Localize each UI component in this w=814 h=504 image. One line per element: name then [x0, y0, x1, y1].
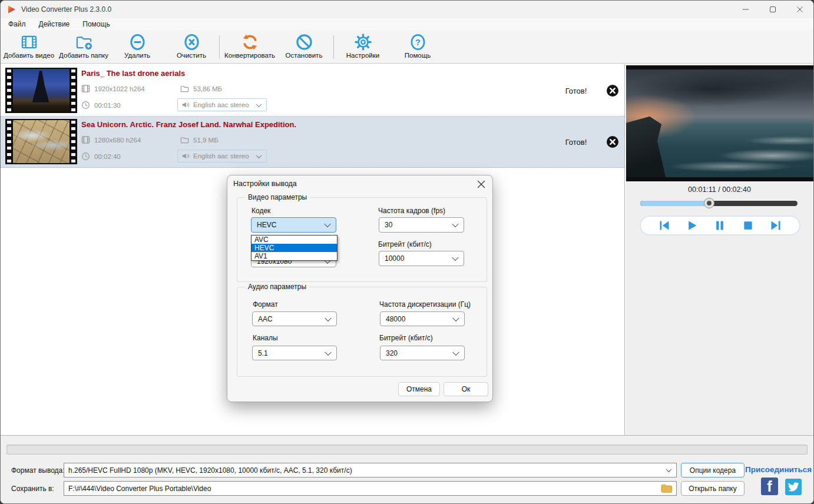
audio-track-select[interactable]: English aac stereo [177, 98, 267, 111]
audio-track-select[interactable]: English aac stereo [177, 150, 267, 163]
audio-format-select[interactable]: AAC [252, 311, 337, 326]
samplerate-select[interactable]: 48000 [380, 311, 465, 326]
save-path-input[interactable]: F:\#\444\Video Converter Plus Portable\V… [64, 481, 677, 496]
group-label: Аудио параметры [245, 283, 309, 291]
add-folder-button[interactable]: Добавить папку [57, 32, 111, 61]
remove-item-button[interactable] [606, 84, 619, 97]
seek-bar-thumb[interactable] [704, 198, 714, 208]
audio-bitrate-select[interactable]: 320 [380, 346, 465, 360]
output-format-select[interactable]: h.265/HEVC FullHD 1080p (MKV, HEVC, 1920… [64, 463, 677, 478]
resolution-text: 1280x680 h264 [94, 137, 141, 144]
browse-folder-icon[interactable] [661, 484, 672, 493]
video-thumbnail[interactable] [5, 119, 77, 164]
toolbar-label: Остановить [277, 52, 331, 59]
duration-text: 00:02:40 [94, 153, 121, 160]
title-bar: Video Converter Plus 2.3.0.0 [1, 1, 813, 18]
cliff-shape [626, 112, 710, 177]
output-settings-dialog: Настройки вывода Видео параметры Кодек H… [227, 175, 493, 402]
conversion-progress-bar [6, 445, 808, 455]
clear-button[interactable]: Очистить [164, 32, 219, 61]
play-button[interactable] [685, 219, 699, 232]
help-icon: ? [409, 33, 427, 51]
stop-button[interactable]: Остановить [277, 32, 331, 61]
delete-button[interactable]: Удалить [110, 32, 164, 61]
svg-text:?: ? [415, 38, 421, 47]
chevron-down-icon [256, 152, 262, 158]
fps-select[interactable]: 30 [379, 217, 464, 233]
join-link[interactable]: Присоединиться [745, 465, 812, 474]
samplerate-label: Частота дискретизации (Гц) [379, 300, 471, 309]
maximize-button[interactable] [759, 1, 786, 18]
encoder-options-button[interactable]: Опции кодера [681, 463, 744, 478]
video-title: Sea Unicorn. Arctic. Franz Josef Land. N… [81, 120, 296, 129]
video-list-item-1[interactable]: Paris_ The last drone aerials 1920x1022 … [1, 65, 624, 117]
codec-option-avc[interactable]: AVC [252, 236, 337, 244]
video-resolution: 1280x680 h264 [81, 135, 141, 144]
preview-panel: 00:01:11 / 00:02:40 [626, 64, 813, 435]
menu-action[interactable]: Действие [32, 18, 77, 30]
save-path-value: F:\#\444\Video Converter Plus Portable\V… [68, 485, 211, 493]
minimize-button[interactable] [732, 1, 759, 18]
video-bitrate-label: Битрейт (кбит/с) [378, 240, 432, 248]
close-icon [476, 179, 487, 190]
toolbar-label: Добавить папку [57, 52, 111, 59]
previous-icon [658, 220, 671, 231]
codec-select[interactable]: HEVC [251, 217, 336, 233]
ok-button[interactable]: Ок [444, 382, 488, 396]
menu-file[interactable]: Файл [2, 18, 32, 30]
facebook-icon[interactable]: f [761, 478, 778, 495]
samplerate-value: 48000 [386, 315, 405, 323]
fps-value: 30 [385, 221, 392, 229]
window-controls [732, 1, 813, 18]
pause-button[interactable] [713, 219, 727, 232]
previous-button[interactable] [657, 219, 671, 232]
video-size: 53,86 МБ [180, 84, 222, 93]
audio-track-value: English aac stereo [193, 101, 249, 108]
toolbar-label: Конвертировать [223, 52, 277, 59]
playback-time: 00:01:11 / 00:02:40 [626, 185, 813, 194]
next-icon [769, 220, 782, 231]
help-button[interactable]: ? Помощь [391, 32, 445, 61]
film-icon [81, 135, 90, 144]
stop-playback-button[interactable] [741, 219, 755, 232]
folder-icon [180, 84, 189, 93]
video-preview[interactable] [626, 65, 813, 181]
audio-format-value: AAC [258, 315, 273, 323]
audio-bitrate-label: Битрейт (кбит/с) [379, 334, 433, 342]
menu-help[interactable]: Помощь [76, 18, 116, 30]
ok-label: Ок [462, 385, 471, 393]
toolbar-divider [333, 35, 334, 59]
channels-select[interactable]: 5.1 [252, 346, 337, 360]
cancel-label: Отмена [406, 385, 432, 393]
menu-bar: Файл Действие Помощь [1, 18, 813, 30]
open-folder-button[interactable]: Открыть папку [681, 481, 744, 496]
next-button[interactable] [769, 219, 783, 232]
output-format-label: Формат вывода: [11, 466, 65, 475]
clear-icon [183, 33, 201, 51]
video-bitrate-select[interactable]: 10000 [379, 251, 464, 266]
player-controls [640, 215, 800, 236]
dialog-close-button[interactable] [476, 179, 487, 190]
settings-button[interactable]: Настройки [336, 32, 390, 61]
remove-item-button[interactable] [606, 135, 619, 148]
seek-bar[interactable] [640, 201, 798, 206]
channels-label: Каналы [253, 334, 278, 342]
cancel-button[interactable]: Отмена [398, 382, 440, 396]
video-thumbnail[interactable] [5, 68, 77, 113]
add-video-button[interactable]: Добавить видео [2, 32, 56, 61]
twitter-icon[interactable] [785, 479, 802, 495]
toolbar-label: Очистить [164, 52, 219, 59]
close-button[interactable] [786, 1, 813, 18]
codec-option-hevc[interactable]: HEVC [252, 244, 337, 252]
video-list-item-2[interactable]: Sea Unicorn. Arctic. Franz Josef Land. N… [1, 117, 624, 168]
add-video-icon [20, 33, 38, 51]
chevron-down-icon [256, 101, 262, 107]
folder-icon [180, 135, 189, 144]
resolution-text: 1920x1022 h264 [94, 85, 145, 92]
toolbar-label: Помощь [391, 52, 445, 59]
add-folder-icon [75, 33, 93, 51]
pause-icon [713, 220, 726, 231]
codec-option-av1[interactable]: AV1 [252, 252, 337, 260]
convert-button[interactable]: Конвертировать [223, 32, 277, 61]
settings-gear-icon [354, 33, 372, 51]
